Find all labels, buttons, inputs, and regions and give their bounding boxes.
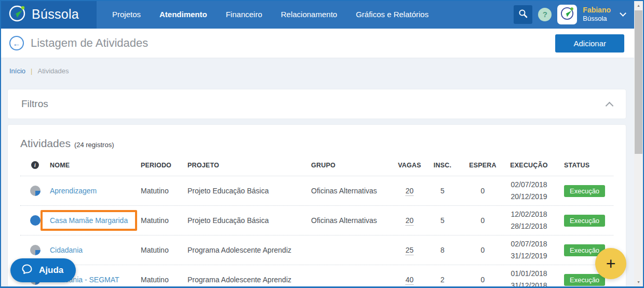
top-navbar: Bússola ProjetosAtendimentoFinanceiroRel… — [0, 0, 644, 29]
insc-cell: 5 — [426, 187, 459, 195]
column-header-execucao: EXECUÇÃO — [507, 162, 551, 169]
vagas-cell: 20 — [393, 216, 426, 225]
name-cell: Casa Mamãe Margarida — [50, 210, 141, 231]
nav-items: ProjetosAtendimentoFinanceiroRelacioname… — [112, 10, 428, 19]
execucao-date: 31/12/2019 — [507, 250, 551, 262]
vagas-value[interactable]: 20 — [406, 187, 414, 196]
status-cell: Execução — [551, 185, 613, 197]
column-header-insc: INSC. — [426, 162, 459, 169]
breadcrumb-separator: | — [31, 67, 32, 75]
table-row: Casa Mamãe MargaridaMatutinoProjeto Educ… — [20, 206, 613, 235]
vagas-value[interactable]: 40 — [406, 276, 414, 285]
activity-link[interactable]: Casa Mamãe Margarida — [50, 216, 128, 225]
insc-cell: 5 — [426, 216, 459, 225]
column-header-grupo: GRUPO — [311, 162, 393, 169]
chevron-up-icon[interactable] — [606, 101, 614, 110]
periodo-cell: Matutino — [141, 246, 187, 254]
vagas-cell: 20 — [393, 187, 426, 195]
activity-link[interactable]: Cidadania — [50, 246, 83, 254]
vagas-value[interactable]: 25 — [406, 246, 414, 255]
espera-cell: 0 — [459, 276, 507, 284]
execucao-date: 02/07/2018 — [507, 238, 551, 250]
avatar-compass-icon — [560, 6, 574, 23]
nav-item-relacionamento[interactable]: Relacionamento — [281, 10, 337, 19]
filters-title: Filtros — [21, 98, 48, 110]
progress-full-icon — [30, 215, 41, 226]
breadcrumb: Início | Atividades — [0, 58, 644, 84]
name-cell: Cidadania — [50, 246, 141, 254]
progress-partial-icon — [30, 245, 41, 255]
chevron-down-icon[interactable] — [620, 10, 626, 17]
execucao-cell: 02/07/201831/12/2019 — [507, 238, 551, 262]
column-header-projeto: PROJETO — [187, 162, 311, 169]
column-header-espera: ESPERA — [459, 162, 507, 169]
table-row: AprendizagemMatutinoProjeto Educação Bás… — [20, 176, 613, 206]
execucao-date: 28/12/2018 — [507, 220, 551, 232]
help-button-label: Ajuda — [39, 265, 63, 276]
column-header-vagas: VAGAS — [393, 162, 426, 169]
nav-item-graficos-e-relatorios[interactable]: Gráficos e Relatórios — [356, 10, 428, 19]
back-button[interactable]: ← — [9, 36, 24, 50]
execucao-date: 20/12/2019 — [507, 191, 551, 203]
grupo-cell: Oficinas Alternativas — [311, 187, 393, 195]
user-org: Bússola — [583, 15, 611, 23]
info-icon: i — [31, 161, 39, 169]
help-button[interactable]: Ajuda — [10, 258, 76, 282]
scroll-down-arrow-icon[interactable]: ▼ — [634, 280, 643, 284]
scrollbar-thumb[interactable] — [635, 10, 642, 154]
table-row: CidadaniaMatutinoPrograma Adolescente Ap… — [20, 235, 613, 265]
status-badge: Execução — [564, 215, 605, 227]
activities-title: Atividades — [20, 137, 71, 150]
table-header: i NOMEPERIODOPROJETOGRUPOVAGASINSC.ESPER… — [20, 161, 613, 176]
insc-cell: 2 — [426, 276, 459, 284]
chat-bubble-icon — [21, 263, 33, 278]
breadcrumb-current: Atividades — [37, 67, 69, 75]
help-icon[interactable]: ? — [538, 8, 552, 21]
vagas-cell: 40 — [393, 276, 426, 284]
add-button[interactable]: Adicionar — [555, 34, 624, 53]
add-fab-button[interactable]: + — [595, 248, 626, 279]
status-badge: Execução — [564, 185, 605, 197]
vertical-scrollbar[interactable]: ▲ ▼ — [634, 1, 643, 286]
periodo-cell: Matutino — [141, 216, 187, 225]
vagas-value[interactable]: 20 — [406, 216, 414, 226]
insc-cell: 8 — [426, 246, 459, 254]
plus-icon: + — [606, 254, 616, 273]
activities-panel: Atividades (24 registros) i NOMEPERIODOP… — [7, 124, 626, 288]
espera-cell: 0 — [459, 246, 507, 254]
column-header-periodo: PERIODO — [141, 162, 187, 169]
status-cell: Execução — [551, 215, 613, 227]
execucao-cell: 02/07/201820/12/2019 — [507, 179, 551, 203]
execucao-date: 31/12/2018 — [507, 280, 551, 288]
execucao-date: 02/07/2018 — [507, 179, 551, 191]
search-icon — [518, 9, 528, 20]
brand-logo[interactable]: Bússola — [0, 0, 97, 29]
periodo-cell: Matutino — [141, 276, 187, 284]
execucao-date: 12/02/2018 — [507, 208, 551, 220]
filters-panel[interactable]: Filtros — [7, 89, 626, 119]
nav-item-projetos[interactable]: Projetos — [112, 10, 141, 19]
back-arrow-icon: ← — [13, 39, 21, 48]
nav-item-financeiro[interactable]: Financeiro — [226, 10, 262, 19]
user-name: Fabiano — [583, 6, 611, 15]
nav-right: ? Fabiano Bússola — [514, 5, 625, 24]
page-header: ← Listagem de Atividades Adicionar — [0, 29, 644, 58]
brand-name: Bússola — [32, 7, 79, 22]
activity-link[interactable]: Aprendizagem — [50, 187, 97, 195]
info-column-header: i — [20, 161, 50, 169]
projeto-cell: Programa Adolescente Aprendiz — [187, 246, 311, 254]
periodo-cell: Matutino — [141, 187, 187, 195]
nav-item-atendimento[interactable]: Atendimento — [159, 10, 207, 19]
table-body: AprendizagemMatutinoProjeto Educação Bás… — [20, 176, 613, 288]
user-menu[interactable]: Fabiano Bússola — [583, 6, 611, 23]
avatar[interactable] — [557, 5, 577, 24]
scroll-up-arrow-icon[interactable]: ▲ — [634, 4, 643, 7]
compass-icon — [8, 5, 26, 24]
search-button[interactable] — [514, 5, 532, 24]
breadcrumb-home[interactable]: Início — [9, 67, 25, 75]
projeto-cell: Projeto Educação Básica — [187, 187, 311, 195]
projeto-cell: Programa Adolescente Aprendiz — [187, 276, 311, 284]
vagas-cell: 25 — [393, 246, 426, 254]
grupo-cell: Oficinas Alternativas — [311, 216, 393, 225]
column-header-nome: NOME — [50, 162, 141, 169]
